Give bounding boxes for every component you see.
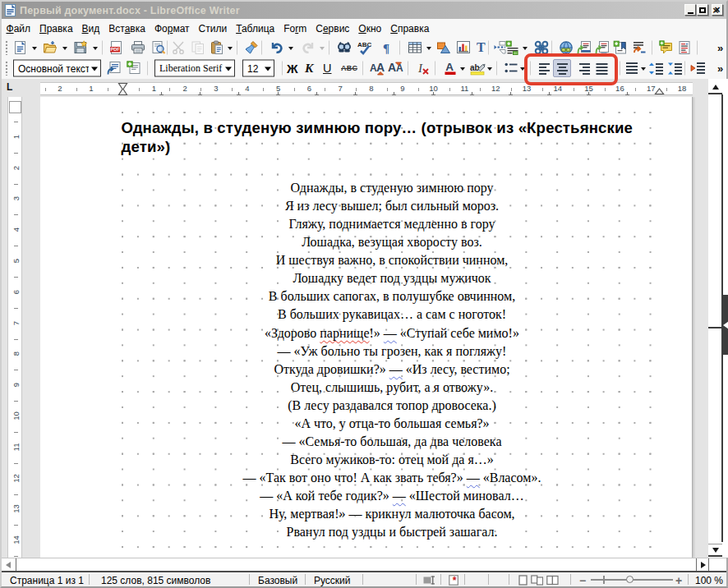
menu-item-вставка[interactable]: Вставка [104, 21, 150, 37]
bold-button[interactable]: Ж [287, 62, 298, 76]
toolbar-overflow-icon[interactable]: » [717, 62, 723, 75]
redo-button[interactable] [299, 39, 317, 57]
poem-line[interactable]: — «Уж больно ты грозен, как я погляжу! [127, 342, 657, 361]
document-modified-icon[interactable]: * [449, 575, 460, 586]
justify-button[interactable] [592, 59, 611, 77]
poem-line[interactable]: (В лесу раздавался топор дровосека.) [127, 397, 657, 415]
dropdown-arrow-icon[interactable] [518, 61, 527, 76]
poem-text[interactable]: Однажды, в студеную зимнюю поруЯ из лесу… [127, 179, 657, 541]
clone-formatting-button[interactable] [242, 39, 260, 57]
insert-textbox-button[interactable]: T [472, 39, 490, 57]
horizontal-scrollbar[interactable] [2, 558, 726, 571]
toolbar-grip[interactable] [5, 61, 8, 76]
dropdown-arrow-icon[interactable] [424, 40, 433, 55]
paste-button[interactable] [208, 39, 226, 57]
title-bar[interactable]: Первый документ.docx - LibreOffice Write… [2, 2, 726, 19]
menu-item-файл[interactable]: Файл [2, 21, 35, 37]
new-style-button[interactable] [125, 59, 143, 77]
dropdown-arrow-icon[interactable] [60, 40, 69, 55]
highlight-color-button[interactable]: ab [468, 59, 486, 77]
hyperlink-button[interactable] [557, 39, 575, 57]
open-button[interactable] [41, 39, 59, 57]
toolbar-overflow-icon[interactable]: » [717, 42, 723, 54]
book-view-icon[interactable] [546, 575, 559, 586]
menu-item-вид[interactable]: Вид [77, 21, 104, 37]
menu-item-окно[interactable]: Окно [354, 21, 386, 37]
poem-line[interactable]: Однажды, в студеную зимнюю пору [127, 179, 657, 197]
dropdown-arrow-icon[interactable] [458, 61, 467, 76]
poem-line[interactable]: Я из лесу вышел; был сильный мороз. [127, 197, 657, 215]
dropdown-arrow-icon[interactable] [317, 40, 326, 55]
cross-reference-button[interactable] [630, 39, 648, 57]
scroll-down-icon[interactable] [708, 544, 722, 557]
paragraph-style-combobox[interactable]: Основной текст [13, 60, 101, 77]
insert-shapes-button[interactable] [435, 39, 453, 57]
italic-button[interactable]: K [305, 61, 313, 76]
font-color-button[interactable]: A [441, 59, 459, 77]
formatting-marks-button[interactable]: ¶ [379, 39, 397, 57]
tab-stop-selector[interactable]: L [7, 82, 17, 93]
scroll-left-icon[interactable] [2, 558, 16, 572]
cut-button[interactable] [169, 39, 187, 57]
vertical-ruler[interactable]: 1234567891011121314 [7, 97, 22, 558]
insert-footnote-button[interactable] [575, 39, 593, 57]
insert-bookmark-button[interactable] [611, 39, 629, 57]
zoom-slider-knob[interactable] [626, 576, 634, 583]
special-character-button[interactable] [532, 39, 551, 57]
zoom-in-icon[interactable]: + [675, 574, 682, 587]
align-center-button[interactable] [553, 59, 571, 77]
combobox-dropdown-icon[interactable] [262, 61, 274, 76]
minimize-button[interactable] [684, 4, 696, 16]
align-right-button[interactable] [574, 59, 592, 77]
close-document-icon[interactable]: × [710, 5, 721, 16]
undo-button[interactable] [268, 39, 286, 57]
combobox-dropdown-icon[interactable] [89, 61, 100, 76]
menu-item-справка[interactable]: Справка [386, 21, 434, 37]
dropdown-arrow-icon[interactable] [520, 40, 529, 55]
insert-comment-button[interactable] [657, 39, 675, 57]
new-document-button[interactable] [12, 39, 30, 57]
zoom-level-status[interactable]: 100 % [695, 575, 723, 586]
spelling-button[interactable]: ABC [356, 39, 374, 57]
underline-button[interactable]: U [323, 62, 331, 75]
print-button[interactable] [129, 39, 147, 57]
dropdown-arrow-icon[interactable] [30, 40, 39, 55]
menu-item-таблица[interactable]: Таблица [232, 21, 279, 37]
scroll-up-icon[interactable] [708, 81, 722, 94]
save-button[interactable] [71, 39, 90, 57]
page-style-status[interactable]: Базовый [258, 575, 297, 586]
increase-indent-button[interactable] [689, 59, 707, 77]
font-size-combobox[interactable]: 12 [242, 60, 274, 77]
copy-button[interactable] [189, 39, 207, 57]
page-count-status[interactable]: Страница 1 из 1 [10, 575, 84, 586]
right-indent-marker[interactable] [654, 88, 665, 95]
document-heading[interactable]: Однажды, в студеную зимнюю пору… (отрыво… [122, 118, 652, 156]
poem-line[interactable]: Рванул под уздцы и быстрей зашагал. [127, 523, 657, 541]
menu-item-сервис[interactable]: Сервис [311, 21, 354, 37]
multi-page-view-icon[interactable] [531, 575, 543, 586]
poem-line[interactable]: «Здорово парнище!» — «Ступай себе мимо!» [127, 324, 657, 342]
document-page[interactable]: Однажды, в студеную зимнюю пору… (отрыво… [40, 97, 693, 558]
maximize-button[interactable] [697, 4, 708, 16]
dropdown-arrow-icon[interactable] [286, 40, 295, 55]
poem-line[interactable]: В больших сапогах, в полушубке овчинном, [127, 287, 657, 305]
word-count-status[interactable]: 125 слов, 815 символов [101, 575, 210, 586]
track-changes-button[interactable] [675, 39, 693, 57]
poem-line[interactable]: Отец, слышишь, рубит, а я отвожу». [127, 379, 657, 397]
paragraph-space-decrease-button[interactable] [666, 59, 684, 77]
menu-item-формат[interactable]: Формат [150, 21, 194, 37]
paragraph-space-increase-button[interactable] [647, 59, 665, 77]
find-replace-button[interactable] [335, 39, 353, 57]
poem-line[interactable]: Гляжу, поднимается медленно в гору [127, 215, 657, 233]
strikethrough-button[interactable]: ABC [341, 64, 357, 72]
toolbar-grip[interactable] [5, 40, 8, 55]
insert-field-button[interactable] [504, 39, 522, 57]
single-page-view-icon[interactable] [518, 575, 528, 586]
insert-chart-button[interactable] [454, 39, 472, 57]
poem-line[interactable]: «А что, у отца-то большая семья?» [127, 415, 657, 433]
poem-line[interactable]: Лошадка, везущая хворосту воз. [127, 233, 657, 251]
combobox-dropdown-icon[interactable] [223, 61, 234, 76]
clear-formatting-button[interactable]: I [414, 59, 432, 77]
update-style-button[interactable] [105, 59, 123, 77]
poem-line[interactable]: Лошадку ведет под уздцы мужичок [127, 269, 657, 287]
